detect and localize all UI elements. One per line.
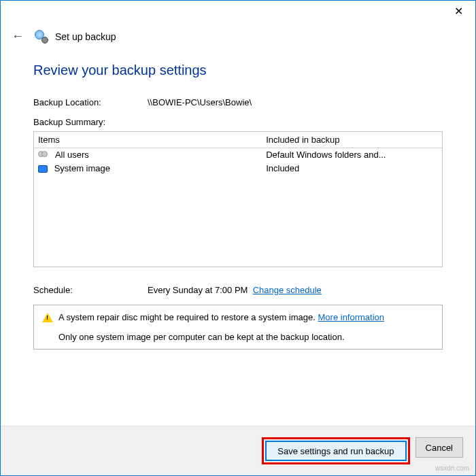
more-information-link[interactable]: More information bbox=[318, 312, 385, 322]
item-name: All users bbox=[55, 150, 89, 160]
backup-summary-label: Backup Summary: bbox=[33, 117, 443, 127]
backup-location-label: Backup Location: bbox=[33, 97, 148, 107]
back-arrow-icon[interactable]: ← bbox=[12, 29, 24, 44]
list-item[interactable]: All users Default Windows folders and... bbox=[34, 148, 442, 162]
highlight-box: Save settings and run backup bbox=[262, 437, 409, 464]
content-area: Review your backup settings Backup Locat… bbox=[1, 46, 475, 426]
monitor-icon bbox=[38, 165, 48, 173]
titlebar: ✕ bbox=[1, 1, 475, 21]
column-items[interactable]: Items bbox=[38, 135, 266, 145]
save-and-run-backup-button[interactable]: Save settings and run backup bbox=[265, 441, 406, 461]
schedule-label: Schedule: bbox=[33, 285, 148, 295]
backup-location-row: Backup Location: \\BOWIE-PC\Users\Bowie\ bbox=[33, 97, 443, 107]
page-title: Review your backup settings bbox=[33, 63, 443, 78]
warning-icon bbox=[42, 313, 53, 322]
item-included: Default Windows folders and... bbox=[266, 150, 438, 160]
cancel-button[interactable]: Cancel bbox=[415, 437, 463, 458]
warning-panel: A system repair disc might be required t… bbox=[33, 305, 443, 350]
button-bar: Save settings and run backup Cancel bbox=[1, 426, 475, 475]
warning-note: Only one system image per computer can b… bbox=[42, 332, 434, 342]
backup-wizard-window: ✕ ← Set up backup Review your backup set… bbox=[0, 0, 476, 476]
schedule-value: Every Sunday at 7:00 PM bbox=[148, 285, 248, 295]
backup-location-value: \\BOWIE-PC\Users\Bowie\ bbox=[148, 97, 252, 107]
warning-text: A system repair disc might be required t… bbox=[58, 312, 316, 322]
schedule-row: Schedule: Every Sunday at 7:00 PM Change… bbox=[33, 285, 443, 295]
list-item[interactable]: System image Included bbox=[34, 162, 442, 175]
wizard-header: ← Set up backup bbox=[1, 21, 475, 46]
column-included[interactable]: Included in backup bbox=[266, 135, 438, 145]
change-schedule-link[interactable]: Change schedule bbox=[253, 285, 322, 295]
backup-summary-listview[interactable]: Items Included in backup All users Defau… bbox=[33, 131, 443, 267]
item-included: Included bbox=[266, 163, 438, 173]
close-button[interactable]: ✕ bbox=[448, 1, 469, 21]
item-name: System image bbox=[54, 163, 110, 173]
wizard-title: Set up backup bbox=[55, 31, 116, 42]
backup-wizard-icon bbox=[35, 30, 48, 44]
users-icon bbox=[38, 151, 49, 160]
summary-header: Items Included in backup bbox=[34, 132, 442, 148]
watermark: wsxdn.com bbox=[435, 464, 469, 472]
